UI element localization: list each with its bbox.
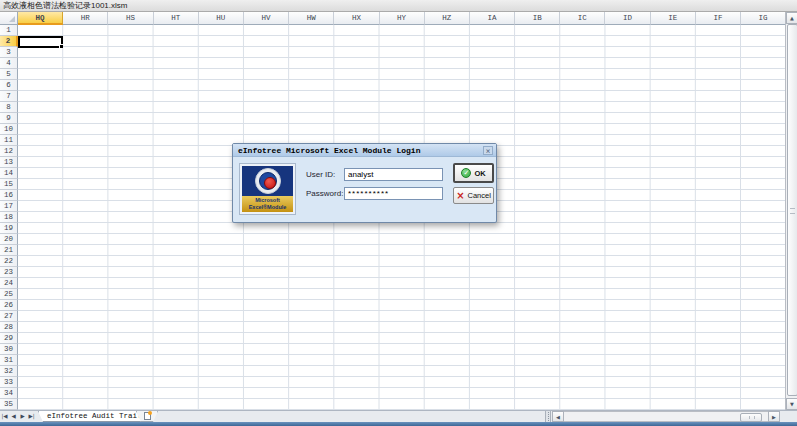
vertical-scrollbar-thumb[interactable] (787, 24, 797, 396)
logo-text: Microsoft Excel®Module (242, 196, 293, 212)
ok-button[interactable]: ✓ OK (453, 163, 494, 183)
column-header[interactable]: HU (199, 12, 244, 25)
vertical-scrollbar[interactable]: ▲ ▼ (785, 12, 797, 410)
scroll-left-button[interactable]: ◀ (552, 411, 564, 422)
up-arrow-icon: ▲ (790, 15, 794, 21)
select-all-corner[interactable] (0, 12, 18, 25)
column-header[interactable]: HW (289, 12, 334, 25)
row-header[interactable]: 16 (0, 190, 18, 201)
horizontal-scrollbar[interactable] (564, 411, 768, 422)
column-header[interactable]: HQ (18, 12, 63, 25)
row-header[interactable]: 12 (0, 146, 18, 157)
column-header[interactable]: IC (560, 12, 605, 25)
row-header[interactable]: 26 (0, 300, 18, 311)
row-header[interactable]: 35 (0, 399, 18, 410)
sheet-nav-button[interactable]: |◀ (0, 411, 9, 422)
row-header[interactable]: 11 (0, 135, 18, 146)
sheet-tab-label: eInfotree Audit Trail (47, 412, 142, 420)
row-header[interactable]: 27 (0, 311, 18, 322)
down-arrow-icon: ▼ (790, 401, 794, 407)
row-header[interactable]: 13 (0, 157, 18, 168)
row-header[interactable]: 30 (0, 344, 18, 355)
column-header[interactable]: IF (696, 12, 741, 25)
column-header[interactable]: HV (244, 12, 289, 25)
row-header[interactable]: 7 (0, 91, 18, 102)
row-header[interactable]: 28 (0, 322, 18, 333)
row-header[interactable]: 4 (0, 58, 18, 69)
dialog-title: eInfotree Microsoft Excel Module Login (238, 146, 420, 155)
login-dialog: eInfotree Microsoft Excel Module Login ×… (232, 143, 497, 223)
column-header[interactable]: IB (515, 12, 560, 25)
column-header[interactable]: HZ (425, 12, 470, 25)
right-arrow-icon: ▶ (772, 414, 776, 420)
window-title: 高效液相色谱法检验记录1001.xlsm (3, 1, 127, 10)
row-header[interactable]: 1 (0, 25, 18, 36)
column-headers: HQHRHSHTHUHVHWHXHYHZIAIBICIDIEIFIG (18, 12, 785, 25)
sheet-nav-button[interactable]: ▶ (18, 411, 27, 422)
sheet-nav-buttons: |◀◀▶▶| (0, 411, 36, 422)
row-header[interactable]: 15 (0, 179, 18, 190)
column-header[interactable]: IE (651, 12, 696, 25)
tab-scrollbar-splitter[interactable] (545, 411, 551, 422)
row-headers: 1234567891011121314151617181920212223242… (0, 25, 18, 410)
insert-worksheet-icon (144, 412, 151, 420)
ok-button-label: OK (474, 169, 485, 178)
logo-line1: Microsoft (242, 197, 293, 204)
row-header[interactable]: 2 (0, 36, 18, 47)
excel-window: 高效液相色谱法检验记录1001.xlsm HQHRHSHTHUHVHWHXHYH… (0, 0, 797, 426)
scroll-down-button[interactable]: ▼ (786, 398, 797, 410)
row-header[interactable]: 5 (0, 69, 18, 80)
scroll-up-button[interactable]: ▲ (786, 12, 797, 24)
password-input[interactable]: ********** (344, 187, 443, 200)
sheet-tab-bar: |◀◀▶▶| eInfotree Audit Trail ◀ ▶ (0, 410, 797, 422)
row-header[interactable]: 23 (0, 267, 18, 278)
row-header[interactable]: 6 (0, 80, 18, 91)
close-icon[interactable]: × (483, 146, 493, 155)
sheet-nav-button[interactable]: ◀ (9, 411, 18, 422)
einfotree-logo: Microsoft Excel®Module (239, 163, 296, 215)
cancel-button-label: Cancel (468, 191, 491, 200)
sheet-nav-button[interactable]: ▶| (27, 411, 36, 422)
row-header[interactable]: 34 (0, 388, 18, 399)
row-header[interactable]: 24 (0, 278, 18, 289)
x-icon: × (456, 191, 464, 201)
row-header[interactable]: 9 (0, 113, 18, 124)
dialog-title-bar[interactable]: eInfotree Microsoft Excel Module Login × (233, 144, 496, 157)
row-header[interactable]: 10 (0, 124, 18, 135)
column-header[interactable]: HS (108, 12, 153, 25)
left-arrow-icon: ◀ (556, 414, 560, 420)
column-header[interactable]: ID (605, 12, 650, 25)
row-header[interactable]: 18 (0, 212, 18, 223)
column-header[interactable]: IG (741, 12, 785, 25)
row-header[interactable]: 20 (0, 234, 18, 245)
logo-emblem-area (242, 166, 293, 196)
row-header[interactable]: 22 (0, 256, 18, 267)
row-header[interactable]: 32 (0, 366, 18, 377)
horizontal-scrollbar-thumb[interactable] (740, 413, 762, 423)
sheet-tab-audit-trail[interactable]: eInfotree Audit Trail (38, 411, 151, 422)
window-bottom-edge (0, 422, 797, 426)
logo-seal-icon (255, 168, 281, 194)
column-header[interactable]: HR (63, 12, 108, 25)
user-id-input[interactable]: analyst (344, 168, 443, 181)
selected-cell[interactable] (18, 36, 63, 48)
row-header[interactable]: 19 (0, 223, 18, 234)
row-header[interactable]: 8 (0, 102, 18, 113)
row-header[interactable]: 3 (0, 47, 18, 58)
scroll-right-button[interactable]: ▶ (768, 411, 780, 422)
row-header[interactable]: 17 (0, 201, 18, 212)
column-header[interactable]: HT (154, 12, 199, 25)
column-header[interactable]: IA (470, 12, 515, 25)
row-header[interactable]: 29 (0, 333, 18, 344)
column-header[interactable]: HY (380, 12, 425, 25)
row-header[interactable]: 21 (0, 245, 18, 256)
window-title-bar: 高效液相色谱法检验记录1001.xlsm (0, 0, 797, 12)
row-header[interactable]: 14 (0, 168, 18, 179)
row-header[interactable]: 25 (0, 289, 18, 300)
row-header[interactable]: 33 (0, 377, 18, 388)
check-icon: ✓ (461, 168, 471, 178)
password-label: Password: (306, 188, 344, 199)
cancel-button[interactable]: × Cancel (453, 187, 494, 204)
column-header[interactable]: HX (334, 12, 379, 25)
row-header[interactable]: 31 (0, 355, 18, 366)
